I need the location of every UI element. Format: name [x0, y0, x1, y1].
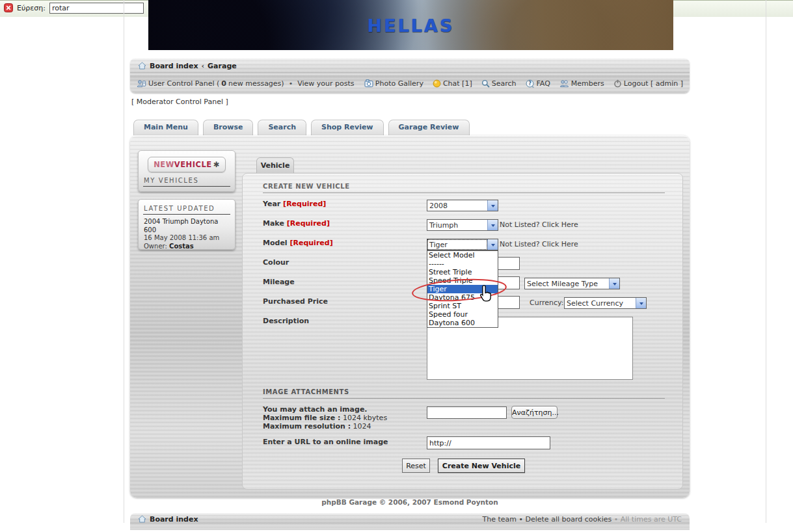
latest-vehicle-link[interactable]: 2004 Triumph Daytona 600	[144, 218, 218, 233]
breadcrumb-garage[interactable]: Garage	[208, 62, 237, 70]
faq-link[interactable]: ? FAQ	[526, 79, 550, 88]
mileage-type-select[interactable]: Select Mileage Type	[524, 278, 620, 289]
model-option[interactable]: Daytona 600	[427, 319, 498, 327]
make-not-listed-link[interactable]: Not Listed? Click Here	[500, 220, 578, 229]
max-file-label: Maximum file size :	[263, 414, 340, 422]
search-link[interactable]: Search	[481, 79, 517, 88]
browse-button[interactable]: Αναζήτηση...	[511, 406, 558, 419]
members-icon	[559, 79, 569, 88]
ucp-text: User Control Panel (	[148, 79, 219, 88]
tab-main-menu[interactable]: Main Menu	[133, 120, 198, 135]
close-findbar-button[interactable]	[4, 3, 13, 12]
latest-date: 16 May 2008 11:36 am	[144, 234, 219, 241]
model-not-listed-link[interactable]: Not Listed? Click Here	[500, 240, 578, 248]
model-label-text: Model	[263, 239, 288, 247]
year-select-value: 2008	[427, 200, 487, 211]
tab-vehicle[interactable]: Vehicle	[256, 157, 294, 174]
model-option[interactable]: Daytona 675	[427, 293, 498, 302]
currency-label: Currency:	[530, 299, 563, 307]
currency-select-value: Select Currency	[565, 298, 636, 308]
page-edge-left	[124, 0, 124, 523]
mileage-label: Mileage	[263, 278, 295, 286]
year-label-text: Year	[263, 200, 280, 208]
model-option[interactable]: Street Triple	[427, 268, 498, 276]
year-label: Year [Required]	[263, 200, 326, 208]
main-tabs: Main Menu Browse Search Shop Review Gara…	[133, 120, 470, 135]
breadcrumb: Board index ‹ Garage	[130, 59, 690, 73]
tab-search[interactable]: Search	[258, 120, 306, 135]
the-team-link[interactable]: The team	[483, 515, 517, 524]
search-label: Search	[492, 79, 517, 88]
new-vehicle-button[interactable]: NEWVEHICLE✱	[148, 157, 226, 172]
model-option[interactable]: Select Model	[427, 251, 498, 259]
image-url-input[interactable]	[427, 436, 550, 449]
make-select[interactable]: Triumph	[427, 219, 498, 231]
breadcrumb-separator: ‹	[202, 62, 205, 70]
ucp-count: 0	[221, 79, 226, 88]
breadcrumb-board-index[interactable]: Board index	[150, 62, 198, 70]
currency-select[interactable]: Select Currency	[564, 297, 647, 309]
make-label-text: Make	[263, 219, 284, 228]
chat-label: Chat [1]	[443, 79, 472, 88]
find-input[interactable]	[49, 3, 144, 14]
logout-label: Logout [ admin ]	[624, 79, 683, 88]
model-select[interactable]: Tiger	[427, 239, 498, 250]
price-label: Purchased Price	[263, 297, 328, 306]
owner-name: Costas	[169, 243, 194, 250]
file-path-input[interactable]	[427, 406, 507, 419]
my-vehicles-header: MY VEHICLES	[143, 176, 230, 187]
banner-title: HELLAS	[148, 16, 673, 36]
view-your-posts-link[interactable]: View your posts	[297, 79, 354, 88]
bottom-links: The team • Delete all board cookies • Al…	[483, 515, 682, 524]
bottom-board-index-link[interactable]: Board index	[150, 515, 198, 524]
owner-label: Owner:	[144, 243, 167, 250]
chevron-down-icon	[487, 220, 498, 230]
site-banner[interactable]: HELLAS	[148, 0, 673, 50]
chat-link[interactable]: Chat [1]	[433, 79, 472, 88]
mileage-type-value: Select Mileage Type	[525, 278, 609, 289]
asterisk-icon: ✱	[213, 160, 220, 169]
photo-gallery-label: Photo Gallery	[375, 79, 423, 88]
year-select[interactable]: 2008	[427, 200, 498, 211]
model-option[interactable]: ------	[427, 259, 498, 268]
model-option[interactable]: Speed four	[427, 310, 498, 319]
logout-link[interactable]: Logout [ admin ]	[613, 79, 683, 88]
model-required: [Required]	[289, 239, 332, 247]
max-res-value: 1024	[353, 422, 371, 431]
separator-bullet: •	[614, 515, 619, 524]
separator-bullet: •	[288, 79, 295, 88]
home-icon	[138, 515, 146, 523]
ucp-rest: new messages)	[228, 79, 284, 88]
model-option[interactable]: Sprint ST	[427, 302, 498, 310]
model-option-selected[interactable]: Tiger	[427, 285, 498, 293]
bottom-bar: Board index The team • Delete all board …	[130, 513, 690, 530]
year-required: [Required]	[283, 200, 326, 208]
moderator-control-panel-link[interactable]: [ Moderator Control Panel ]	[131, 98, 228, 106]
tab-shop-review[interactable]: Shop Review	[311, 120, 384, 135]
photo-gallery-link[interactable]: Photo Gallery	[364, 79, 423, 88]
model-label: Model [Required]	[263, 239, 333, 247]
find-label: Εύρεση:	[17, 3, 46, 12]
tab-browse[interactable]: Browse	[203, 120, 254, 135]
home-icon	[138, 62, 146, 70]
members-label: Members	[571, 79, 604, 88]
max-file-value: 1024 kbytes	[343, 414, 387, 422]
create-vehicle-form: CREATE NEW VEHICLE Year [Required] 2008 …	[242, 173, 683, 490]
chat-ball-icon	[433, 79, 441, 88]
new-vehicle-label-new: NEW	[154, 160, 174, 169]
sidebar-latest-box: LATEST UPDATED 2004 Triumph Daytona 600 …	[138, 199, 235, 250]
faq-label: FAQ	[537, 79, 550, 88]
tab-garage-review[interactable]: Garage Review	[388, 120, 470, 135]
members-link[interactable]: Members	[559, 79, 604, 88]
svg-text:?: ?	[528, 81, 531, 86]
attachment-notes: You may attach an image. Maximum file si…	[263, 405, 387, 431]
power-icon	[613, 79, 622, 88]
reset-button[interactable]: Reset	[402, 459, 430, 473]
max-res-label: Maximum resolution :	[263, 422, 351, 431]
latest-updated-header: LATEST UPDATED	[143, 204, 230, 215]
section-create-new-vehicle: CREATE NEW VEHICLE	[263, 183, 665, 193]
user-control-panel-link[interactable]: User Control Panel (0 new messages)	[137, 79, 284, 88]
model-option[interactable]: Speed Triple	[427, 276, 498, 285]
create-new-vehicle-button[interactable]: Create New Vehicle	[438, 459, 525, 473]
delete-cookies-link[interactable]: Delete all board cookies	[526, 515, 612, 524]
